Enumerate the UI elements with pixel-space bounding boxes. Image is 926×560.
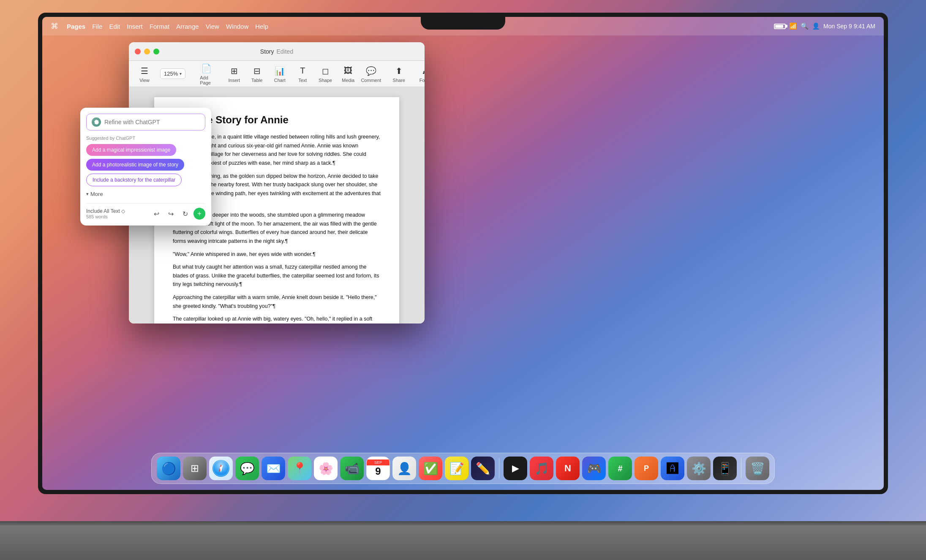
chatgpt-logo <box>92 117 101 127</box>
dock-reminders[interactable]: ✅ <box>419 457 442 480</box>
table-icon: ⊟ <box>253 65 261 77</box>
dock-arcade[interactable]: 🎮 <box>582 457 606 480</box>
word-count: 585 words <box>86 214 125 219</box>
panel-footer: Include All Text ◇ 585 words ↩ ↪ ↻ + <box>86 203 205 220</box>
dock-pages[interactable]: P <box>635 457 658 480</box>
status-icons: 📶 🔍 👤 Mon Sep 9 9:41 AM <box>774 22 875 30</box>
dock-calendar[interactable]: SEP 9 <box>366 457 390 480</box>
dock-facetime[interactable]: 📹 <box>340 457 364 480</box>
dock-appletv[interactable]: ▶ <box>504 457 527 480</box>
suggested-label: Suggested by ChatGPT <box>86 136 205 141</box>
text-icon: T <box>300 65 305 77</box>
menu-bar-right: 📶 🔍 👤 Mon Sep 9 9:41 AM <box>774 22 875 30</box>
window-title: Story Edited <box>260 48 293 55</box>
dock-maps[interactable]: 📍 <box>288 457 311 480</box>
view-button[interactable]: ☰ View <box>134 63 155 84</box>
comment-button[interactable]: 💬 Comment <box>360 63 381 84</box>
suggestion-chip-2[interactable]: Add a photorealistic image of the story <box>86 159 184 171</box>
paragraph-7: The caterpillar looked up at Annie with … <box>173 315 381 323</box>
window-controls <box>135 49 159 54</box>
zoom-control[interactable]: 125% ▾ <box>160 68 185 79</box>
close-button[interactable] <box>135 49 141 54</box>
suggestions-list: Add a magical impressionist image Add a … <box>86 144 205 189</box>
apple-menu[interactable]: ⌘ <box>51 22 58 31</box>
wifi-icon: 📶 <box>789 22 797 30</box>
dock-contacts[interactable]: 👤 <box>392 457 416 480</box>
suggestion-chip-1[interactable]: Add a magical impressionist image <box>86 144 176 156</box>
refresh-button[interactable]: ↻ <box>179 208 191 220</box>
comment-icon: 💬 <box>366 65 376 77</box>
paragraph-5: But what truly caught her attention was … <box>173 263 381 289</box>
search-icon[interactable]: 🔍 <box>801 22 809 30</box>
menu-bar-left: ⌘ Pages File Edit Insert Format Arrange … <box>51 22 268 31</box>
dock-trash[interactable]: 🗑️ <box>746 457 769 480</box>
text-button[interactable]: T Text <box>292 63 313 84</box>
share-label: Share <box>393 78 405 83</box>
view-menu[interactable]: View <box>206 23 219 30</box>
camera-notch <box>421 17 505 30</box>
dock-notes[interactable]: 📝 <box>445 457 468 480</box>
chatgpt-input-wrapper[interactable] <box>86 114 205 130</box>
dock-news[interactable]: N <box>556 457 580 480</box>
dock-messages[interactable]: 💬 <box>235 457 259 480</box>
table-label: Table <box>251 78 262 83</box>
zoom-chevron: ▾ <box>180 71 182 76</box>
apply-button[interactable]: + <box>193 208 205 220</box>
table-button[interactable]: ⊟ Table <box>246 63 267 84</box>
maximize-button[interactable] <box>153 49 159 54</box>
more-label: More <box>90 191 103 197</box>
insert-icon: ⊞ <box>231 65 238 77</box>
more-button[interactable]: ▾ More <box>86 189 205 199</box>
panel-actions: ↩ ↪ ↻ + <box>150 208 205 220</box>
dock-divider <box>499 458 499 478</box>
insert-label: Insert <box>228 78 240 83</box>
format-menu[interactable]: Format <box>150 23 170 30</box>
arrange-menu[interactable]: Arrange <box>176 23 199 30</box>
redo-button[interactable]: ↪ <box>165 208 177 220</box>
chatgpt-panel: Suggested by ChatGPT Add a magical impre… <box>80 108 211 226</box>
dock-photos[interactable]: 🌸 <box>314 457 338 480</box>
add-page-button[interactable]: 📄 Add Page <box>196 61 217 87</box>
help-menu[interactable]: Help <box>255 23 268 30</box>
dock-divider-2 <box>741 458 741 478</box>
share-button[interactable]: ⬆ Share <box>388 63 409 84</box>
view-label: View <box>139 78 150 83</box>
add-page-label: Add Page <box>200 75 212 85</box>
chart-button[interactable]: 📊 Chart <box>269 63 290 84</box>
dock-finder[interactable]: 🔵 <box>157 457 180 480</box>
edit-menu[interactable]: Edit <box>109 23 120 30</box>
dock-numbers[interactable]: # <box>608 457 632 480</box>
suggestion-chip-3[interactable]: Include a backstory for the caterpillar <box>86 174 182 186</box>
window-subtitle: Edited <box>276 48 293 55</box>
dock-freeform[interactable]: ✏️ <box>471 457 495 480</box>
pages-toolbar: ☰ View 125% ▾ 📄 Add Page ⊞ Ins <box>129 61 425 87</box>
include-text: Include All Text ◇ <box>86 208 125 214</box>
insert-button[interactable]: ⊞ Insert <box>223 63 245 84</box>
window-menu[interactable]: Window <box>226 23 248 30</box>
window-titlebar: Story Edited <box>129 42 425 61</box>
shape-icon: ◻ <box>322 65 329 77</box>
paragraph-6: Approaching the caterpillar with a warm … <box>173 293 381 310</box>
text-label: Text <box>298 78 307 83</box>
dock-safari[interactable] <box>209 457 233 480</box>
paragraph-4: "Wow," Annie whispered in awe, her eyes … <box>173 250 381 259</box>
chart-label: Chart <box>274 78 286 83</box>
dock-appstore[interactable]: 🅰 <box>661 457 684 480</box>
media-button[interactable]: 🖼 Media <box>338 63 359 84</box>
dock-music[interactable]: 🎵 <box>530 457 553 480</box>
app-name-menu[interactable]: Pages <box>67 23 85 30</box>
chevron-down-icon: ▾ <box>86 191 89 197</box>
macbook-bottom <box>0 522 926 560</box>
shape-button[interactable]: ◻ Shape <box>315 63 336 84</box>
user-icon[interactable]: 👤 <box>812 22 820 30</box>
dock-iphone[interactable]: 📱 <box>713 457 737 480</box>
insert-menu[interactable]: Insert <box>127 23 143 30</box>
chatgpt-input-field[interactable] <box>104 119 200 125</box>
dock-settings[interactable]: ⚙️ <box>687 457 711 480</box>
undo-button[interactable]: ↩ <box>150 208 162 220</box>
file-menu[interactable]: File <box>92 23 102 30</box>
dock-launchpad[interactable]: ⊞ <box>183 457 207 480</box>
format-button[interactable]: 🖊 Format <box>416 63 425 84</box>
minimize-button[interactable] <box>144 49 150 54</box>
dock-mail[interactable]: ✉️ <box>261 457 285 480</box>
